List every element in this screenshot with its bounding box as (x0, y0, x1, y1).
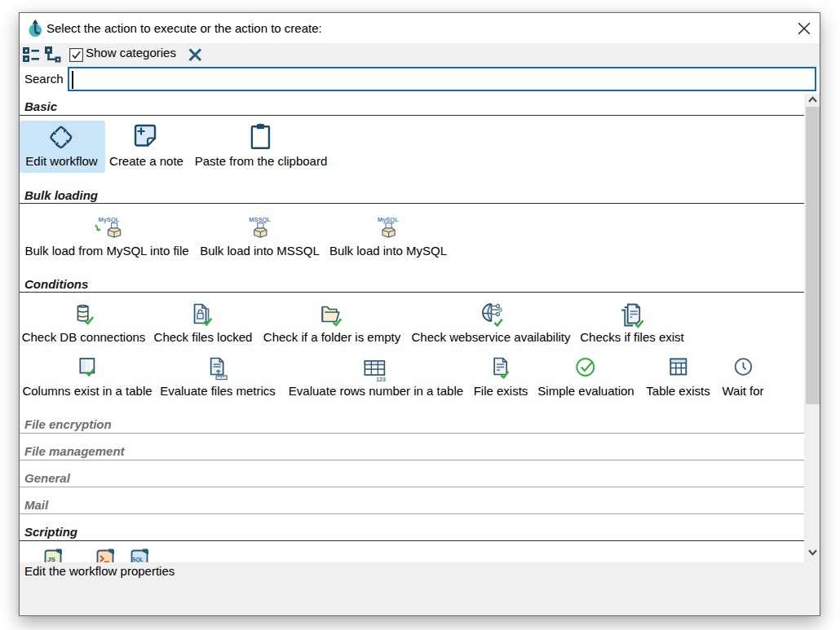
svg-text:123: 123 (376, 377, 386, 382)
svg-text:MSSQL: MSSQL (249, 216, 271, 223)
svg-text:SQL: SQL (132, 557, 143, 563)
svg-text:JS: JS (47, 556, 55, 562)
svg-text:MySQL: MySQL (378, 216, 399, 223)
svg-text:MySQL: MySQL (98, 216, 119, 223)
